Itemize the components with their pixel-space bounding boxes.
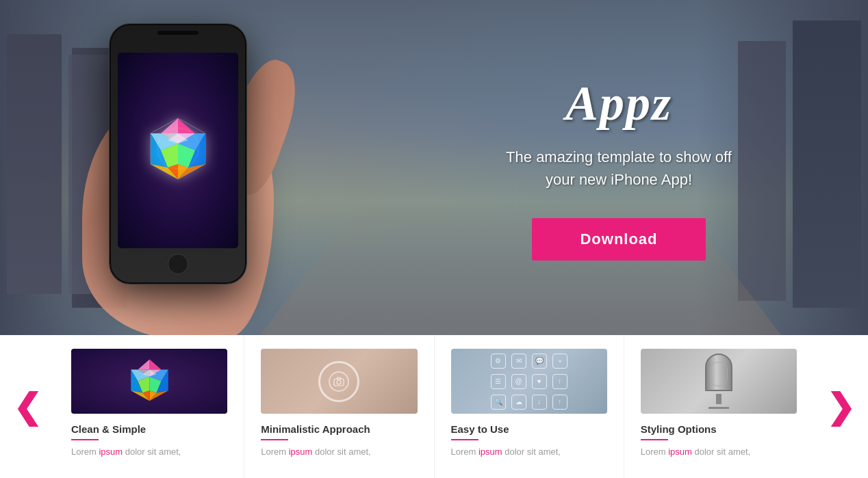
feature-title-1: Clean & Simple [71,423,227,435]
svg-marker-18 [138,359,149,369]
feature-title-2: Minimalistic Approach [261,423,417,435]
features-cards: Clean & Simple Lorem ipsum dolor sit ame… [55,335,813,478]
grid-icon-4: ＋ [552,354,567,369]
app-logo: Appz [411,75,827,132]
grid-icon-7: ♥ [532,374,547,389]
feature-image-styling [641,349,797,414]
feature-desc-3: Lorem ipsum dolor sit amet, [451,446,607,458]
chevron-left-icon: ❮ [13,387,42,427]
feature-card-styling: Styling Options Lorem ipsum dolor sit am… [624,335,813,478]
grid-icon-6: @ [511,374,526,389]
feature-desc-2: Lorem ipsum dolor sit amet, [261,446,417,458]
svg-marker-17 [149,359,161,369]
hero-text-area: Appz The amazing template to show offyou… [397,48,868,288]
feature-image-minimalistic [261,349,417,414]
feature-card-minimalistic: Minimalistic Approach Lorem ipsum dolor … [244,335,434,478]
grid-icon-2: ✉ [511,354,526,369]
camera-circle-icon [318,361,359,402]
grid-icon-3: 💬 [532,354,547,369]
feature-divider-1 [71,439,99,440]
download-button[interactable]: Download [532,218,705,261]
phone-home-button [168,254,188,274]
feature-divider-2 [261,439,288,440]
phone-screen [118,53,238,248]
feature-title-3: Easy to Use [451,423,607,435]
camera-icon [333,377,344,386]
feature-image-clean-simple [71,349,227,414]
next-arrow-button[interactable]: ❯ [813,335,868,478]
mic-stand [709,407,729,409]
feature-desc-4: Lorem ipsum dolor sit amet, [641,446,797,458]
mic-head [705,354,732,391]
feature-divider-3 [451,439,478,440]
svg-rect-34 [337,377,341,380]
grid-icon-9: 🔍 [491,395,506,410]
feature-card-clean-simple: Clean & Simple Lorem ipsum dolor sit ame… [55,335,244,478]
chevron-right-icon: ❯ [826,387,855,427]
svg-point-33 [337,380,341,384]
feature-desc-1: Lorem ipsum dolor sit amet, [71,446,227,458]
feature-divider-4 [641,439,668,440]
prev-arrow-button[interactable]: ❮ [0,335,55,478]
feature-title-4: Styling Options [641,423,797,435]
camera-inner-icon [329,371,349,392]
phone-device [110,24,246,284]
grid-icon-1: ⚙ [491,354,506,369]
features-section: ❮ [0,335,868,478]
hero-section: Appz The amazing template to show offyou… [0,0,868,335]
grid-icon-5: ☰ [491,374,506,389]
gem-icon-phone [140,113,216,188]
svg-marker-2 [161,118,178,133]
phone-area [0,0,397,335]
feature-desc-em-1: ipsum [99,447,123,457]
hero-tagline: The amazing template to show offyour new… [411,146,827,191]
mic-base [716,394,722,404]
svg-marker-1 [178,118,195,133]
gem-icon-feature1 [124,356,175,407]
grid-icon-12: ↑ [552,395,567,410]
grid-icon-11: ↓ [532,395,547,410]
grid-icon-10: ☁ [511,395,526,410]
hand-container [55,10,342,325]
grid-icon-8: ↑ [552,374,567,389]
microphone-shape [705,354,732,409]
feature-desc-text-1: Lorem [71,447,99,457]
feature-desc-em-3: ipsum [478,447,502,457]
feature-card-easy-use: ⚙ ✉ 💬 ＋ ☰ @ ♥ ↑ 🔍 ☁ ↓ ↑ Easy to Use [435,335,624,478]
icons-grid: ⚙ ✉ 💬 ＋ ☰ @ ♥ ↑ 🔍 ☁ ↓ ↑ [485,349,573,414]
feature-desc-em-4: ipsum [668,447,692,457]
feature-desc-em-2: ipsum [289,447,313,457]
feature-image-easy-use: ⚙ ✉ 💬 ＋ ☰ @ ♥ ↑ 🔍 ☁ ↓ ↑ [451,349,607,414]
